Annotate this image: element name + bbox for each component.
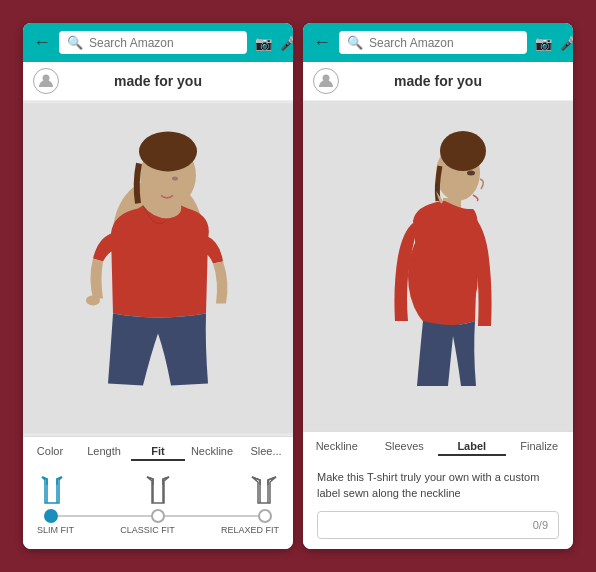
right-camera-icon[interactable]: 📷 bbox=[535, 35, 552, 51]
label-input-wrapper[interactable]: 0/9 bbox=[317, 511, 559, 539]
right-user-avatar[interactable] bbox=[313, 68, 339, 94]
left-search-input[interactable] bbox=[89, 36, 239, 50]
right-panel: ← 🔍 📷 🎤 made for you bbox=[303, 23, 573, 549]
label-text-input[interactable] bbox=[328, 518, 533, 532]
relaxed-fit-icon[interactable] bbox=[249, 475, 279, 505]
left-avatar-view bbox=[23, 101, 293, 436]
right-search-wrap[interactable]: 🔍 bbox=[339, 31, 527, 54]
left-header-title: made for you bbox=[67, 73, 249, 89]
tab-sleeves-right[interactable]: Sleeves bbox=[371, 438, 439, 456]
left-search-wrap[interactable]: 🔍 bbox=[59, 31, 247, 54]
right-search-bar: ← 🔍 📷 🎤 bbox=[303, 23, 573, 62]
right-tabs-bar: Neckline Sleeves Label Finalize bbox=[303, 431, 573, 460]
classic-fit-icon[interactable] bbox=[143, 475, 173, 505]
fit-icons-row bbox=[37, 475, 279, 505]
right-header: made for you bbox=[303, 62, 573, 101]
tab-fit[interactable]: Fit bbox=[131, 443, 185, 461]
slim-fit-icon[interactable] bbox=[37, 475, 67, 505]
label-description: Make this T-shirt truly your own with a … bbox=[317, 470, 559, 501]
tab-color[interactable]: Color bbox=[23, 443, 77, 461]
svg-point-6 bbox=[172, 177, 178, 181]
svg-point-5 bbox=[139, 132, 197, 172]
svg-point-7 bbox=[86, 296, 100, 306]
right-mic-icon[interactable]: 🎤 bbox=[560, 35, 573, 51]
left-mic-icon[interactable]: 🎤 bbox=[280, 35, 293, 51]
fit-labels: SLIM FIT CLASSIC FIT RELAXED FIT bbox=[37, 525, 279, 535]
left-header: made for you bbox=[23, 62, 293, 101]
svg-point-14 bbox=[467, 171, 475, 176]
left-back-button[interactable]: ← bbox=[33, 32, 51, 53]
slim-fit-dot[interactable] bbox=[44, 509, 58, 523]
left-search-icon: 🔍 bbox=[67, 35, 83, 50]
slim-fit-label: SLIM FIT bbox=[37, 525, 74, 535]
right-search-right-icons: 📷 🎤 bbox=[535, 35, 573, 51]
right-header-title: made for you bbox=[347, 73, 529, 89]
tab-length[interactable]: Length bbox=[77, 443, 131, 461]
left-tabs-bar: Color Length Fit Neckline Slee... bbox=[23, 436, 293, 465]
label-content: Make this T-shirt truly your own with a … bbox=[303, 460, 573, 549]
tab-label-right[interactable]: Label bbox=[438, 438, 506, 456]
label-char-counter: 0/9 bbox=[533, 519, 548, 531]
left-user-avatar[interactable] bbox=[33, 68, 59, 94]
left-search-bar: ← 🔍 📷 🎤 bbox=[23, 23, 293, 62]
left-search-right-icons: 📷 🎤 bbox=[255, 35, 293, 51]
classic-fit-label: CLASSIC FIT bbox=[120, 525, 175, 535]
relaxed-fit-label: RELAXED FIT bbox=[221, 525, 279, 535]
tab-sleeves[interactable]: Slee... bbox=[239, 443, 293, 461]
tab-neckline[interactable]: Neckline bbox=[185, 443, 239, 461]
left-camera-icon[interactable]: 📷 bbox=[255, 35, 272, 51]
right-search-input[interactable] bbox=[369, 36, 519, 50]
right-search-icon: 🔍 bbox=[347, 35, 363, 50]
right-avatar-svg bbox=[303, 101, 573, 431]
tab-finalize-right[interactable]: Finalize bbox=[506, 438, 574, 456]
fit-selector: SLIM FIT CLASSIC FIT RELAXED FIT bbox=[23, 465, 293, 549]
right-back-button[interactable]: ← bbox=[313, 32, 331, 53]
svg-point-13 bbox=[440, 131, 486, 171]
classic-fit-dot[interactable] bbox=[151, 509, 165, 523]
right-avatar-view bbox=[303, 101, 573, 431]
tab-neckline-right[interactable]: Neckline bbox=[303, 438, 371, 456]
fit-slider[interactable] bbox=[44, 509, 272, 523]
relaxed-fit-dot[interactable] bbox=[258, 509, 272, 523]
left-panel: ← 🔍 📷 🎤 made for you bbox=[23, 23, 293, 549]
left-avatar-svg bbox=[23, 101, 293, 436]
